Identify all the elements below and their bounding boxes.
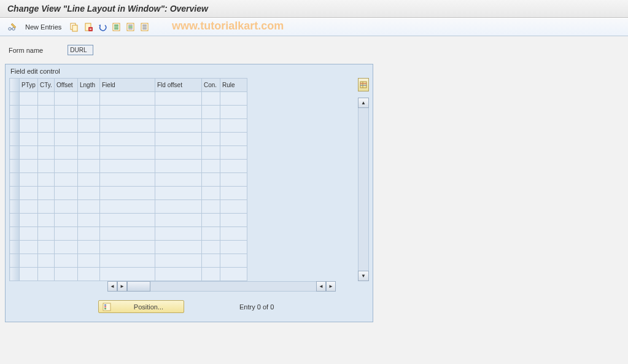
cell-field[interactable] — [100, 227, 155, 241]
cell-ptyp[interactable] — [20, 92, 38, 106]
cell-cty[interactable] — [38, 106, 55, 119]
cell-field[interactable] — [100, 106, 155, 119]
cell-cty[interactable] — [38, 200, 55, 214]
cell-ptyp[interactable] — [20, 268, 38, 281]
cell-fldoff[interactable] — [155, 173, 202, 187]
cell-lngth[interactable] — [78, 92, 100, 106]
cell-field[interactable] — [100, 160, 155, 173]
table-row[interactable] — [10, 187, 247, 200]
cell-rule[interactable] — [220, 160, 247, 173]
table-row[interactable] — [10, 214, 247, 227]
cell-offset[interactable] — [55, 133, 78, 146]
cell-ptyp[interactable] — [20, 227, 38, 241]
cell-rule[interactable] — [220, 214, 247, 227]
cell-con[interactable] — [202, 119, 220, 133]
cell-rule[interactable] — [220, 200, 247, 214]
scroll-down-button[interactable]: ▼ — [358, 271, 369, 281]
cell-ptyp[interactable] — [20, 119, 38, 133]
cell-fldoff[interactable] — [155, 187, 202, 200]
cell-cty[interactable] — [38, 268, 55, 281]
cell-fldoff[interactable] — [155, 146, 202, 160]
table-row[interactable] — [10, 92, 247, 106]
copy-as-button[interactable] — [68, 21, 80, 33]
cell-con[interactable] — [202, 214, 220, 227]
cell-field[interactable] — [100, 146, 155, 160]
cell-rule[interactable] — [220, 119, 247, 133]
cell-lngth[interactable] — [78, 268, 100, 281]
cell-offset[interactable] — [55, 92, 78, 106]
cell-con[interactable] — [202, 241, 220, 254]
row-selector[interactable] — [10, 200, 20, 214]
cell-lngth[interactable] — [78, 227, 100, 241]
cell-cty[interactable] — [38, 160, 55, 173]
deselect-all-button[interactable] — [139, 21, 151, 33]
col-header-lngth[interactable]: Lngth — [78, 79, 100, 92]
cell-fldoff[interactable] — [155, 92, 202, 106]
cell-field[interactable] — [100, 254, 155, 268]
table-row[interactable] — [10, 146, 247, 160]
cell-field[interactable] — [100, 92, 155, 106]
table-row[interactable] — [10, 254, 247, 268]
cell-fldoff[interactable] — [155, 106, 202, 119]
cell-cty[interactable] — [38, 173, 55, 187]
cell-fldoff[interactable] — [155, 119, 202, 133]
cell-offset[interactable] — [55, 227, 78, 241]
cell-con[interactable] — [202, 200, 220, 214]
table-row[interactable] — [10, 268, 247, 281]
cell-fldoff[interactable] — [155, 200, 202, 214]
cell-field[interactable] — [100, 187, 155, 200]
cell-cty[interactable] — [38, 119, 55, 133]
cell-ptyp[interactable] — [20, 214, 38, 227]
cell-ptyp[interactable] — [20, 254, 38, 268]
cell-fldoff[interactable] — [155, 160, 202, 173]
cell-con[interactable] — [202, 146, 220, 160]
cell-rule[interactable] — [220, 146, 247, 160]
cell-ptyp[interactable] — [20, 187, 38, 200]
cell-cty[interactable] — [38, 146, 55, 160]
cell-cty[interactable] — [38, 92, 55, 106]
cell-cty[interactable] — [38, 254, 55, 268]
cell-field[interactable] — [100, 173, 155, 187]
row-selector[interactable] — [10, 268, 20, 281]
cell-con[interactable] — [202, 187, 220, 200]
table-row[interactable] — [10, 200, 247, 214]
cell-cty[interactable] — [38, 133, 55, 146]
cell-lngth[interactable] — [78, 160, 100, 173]
row-selector[interactable] — [10, 160, 20, 173]
col-header-fldoffset[interactable]: Fld offset — [155, 79, 202, 92]
row-selector[interactable] — [10, 119, 20, 133]
row-selector[interactable] — [10, 241, 20, 254]
scroll-right-button[interactable]: ► — [117, 281, 127, 292]
cell-fldoff[interactable] — [155, 254, 202, 268]
cell-offset[interactable] — [55, 173, 78, 187]
select-all-button[interactable] — [110, 21, 123, 33]
horizontal-scrollbar-thumb[interactable] — [127, 281, 150, 292]
table-row[interactable] — [10, 133, 247, 146]
cell-rule[interactable] — [220, 241, 247, 254]
cell-offset[interactable] — [55, 241, 78, 254]
col-header-field[interactable]: Field — [100, 79, 155, 92]
cell-lngth[interactable] — [78, 254, 100, 268]
cell-field[interactable] — [100, 268, 155, 281]
cell-con[interactable] — [202, 106, 220, 119]
cell-offset[interactable] — [55, 214, 78, 227]
cell-fldoff[interactable] — [155, 214, 202, 227]
cell-fldoff[interactable] — [155, 268, 202, 281]
cell-cty[interactable] — [38, 214, 55, 227]
cell-ptyp[interactable] — [20, 241, 38, 254]
table-row[interactable] — [10, 227, 247, 241]
row-selector[interactable] — [10, 214, 20, 227]
cell-ptyp[interactable] — [20, 173, 38, 187]
cell-lngth[interactable] — [78, 200, 100, 214]
row-selector[interactable] — [10, 227, 20, 241]
cell-con[interactable] — [202, 173, 220, 187]
new-entries-button[interactable]: New Entries — [20, 21, 66, 33]
row-selector[interactable] — [10, 254, 20, 268]
cell-rule[interactable] — [220, 173, 247, 187]
cell-fldoff[interactable] — [155, 227, 202, 241]
cell-ptyp[interactable] — [20, 160, 38, 173]
cell-rule[interactable] — [220, 106, 247, 119]
cell-offset[interactable] — [55, 160, 78, 173]
table-row[interactable] — [10, 119, 247, 133]
cell-lngth[interactable] — [78, 214, 100, 227]
